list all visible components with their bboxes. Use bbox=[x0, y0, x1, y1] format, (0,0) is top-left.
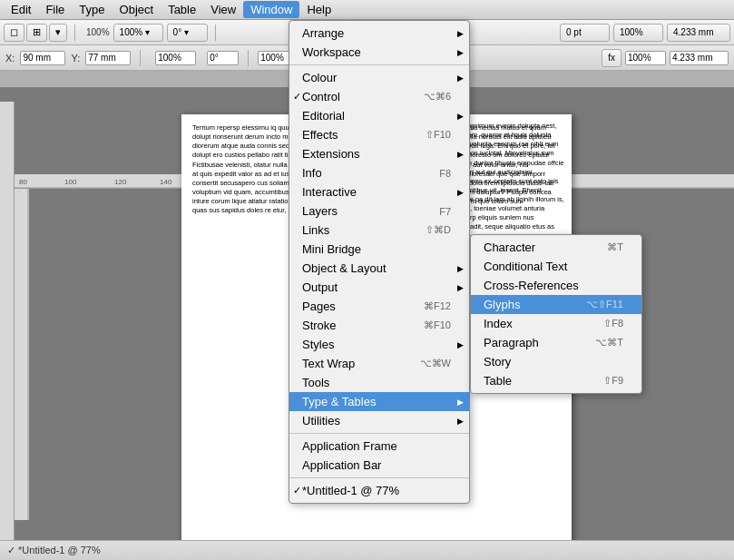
menu-app-frame[interactable]: Application Frame bbox=[289, 437, 469, 456]
menu-layers[interactable]: Layers F7 bbox=[289, 201, 469, 221]
svg-text:120: 120 bbox=[114, 178, 127, 186]
menu-editorial[interactable]: Editorial bbox=[289, 106, 469, 125]
menu-mini-bridge[interactable]: Mini Bridge bbox=[289, 240, 469, 259]
type-tables-submenu-panel: Character ⌘T Conditional Text Cross-Refe… bbox=[470, 234, 642, 394]
menu-tools[interactable]: Tools bbox=[289, 373, 469, 392]
y-label: Y: bbox=[71, 53, 80, 64]
x-input[interactable] bbox=[20, 51, 65, 65]
opacity-input[interactable] bbox=[625, 51, 666, 65]
zoom-label: 100% bbox=[86, 27, 110, 37]
tool-group-1: ◻ ⊞ ▾ bbox=[4, 24, 67, 42]
svg-text:100: 100 bbox=[64, 178, 77, 186]
tool-btn-2[interactable]: ⊞ bbox=[26, 24, 47, 42]
menu-links[interactable]: Links ⇧⌘D bbox=[289, 221, 469, 240]
x-label: X: bbox=[5, 53, 15, 64]
sep-2 bbox=[289, 433, 469, 434]
check-control: ✓ bbox=[293, 91, 301, 103]
scale-btn[interactable]: 100% bbox=[613, 24, 663, 42]
ctrl-sep-1 bbox=[140, 50, 141, 66]
submenu-cross-references[interactable]: Cross-References bbox=[471, 276, 641, 295]
extra-input[interactable] bbox=[670, 51, 729, 65]
submenu-paragraph[interactable]: Paragraph ⌥⌘T bbox=[471, 333, 641, 352]
menu-file[interactable]: File bbox=[38, 1, 72, 18]
tool-btn-3[interactable]: ▾ bbox=[49, 24, 67, 42]
submenu-story[interactable]: Story bbox=[471, 352, 641, 371]
ctrl-sep-2 bbox=[248, 50, 249, 66]
menu-help[interactable]: Help bbox=[299, 1, 338, 18]
menu-object[interactable]: Object bbox=[113, 1, 161, 18]
fx-btn[interactable]: fx bbox=[602, 49, 621, 67]
status-bar: ✓ *Untitled-1 @ 77% bbox=[0, 540, 734, 560]
submenu-index[interactable]: Index ⇧F8 bbox=[471, 314, 641, 333]
rot-input[interactable] bbox=[207, 51, 239, 65]
menu-arrange[interactable]: Arrange bbox=[289, 24, 469, 43]
transform-btn[interactable]: 0 pt bbox=[560, 24, 610, 42]
menu-bar: Edit File Type Object Table View Window … bbox=[0, 0, 734, 20]
w-input[interactable] bbox=[155, 51, 196, 65]
window-menu-panel: Arrange Workspace Colour ✓ Control ⌥⌘6 E… bbox=[289, 20, 470, 504]
menu-colour[interactable]: Colour bbox=[289, 68, 469, 87]
window-dropdown: Arrange Workspace Colour ✓ Control ⌥⌘6 E… bbox=[289, 20, 470, 504]
menu-utilities[interactable]: Utilities bbox=[289, 411, 469, 430]
menu-type[interactable]: Type bbox=[72, 1, 112, 18]
menu-edit[interactable]: Edit bbox=[4, 1, 38, 18]
menu-styles[interactable]: Styles bbox=[289, 335, 469, 354]
menu-untitled[interactable]: ✓ *Untitled-1 @ 77% bbox=[289, 481, 469, 500]
menu-interactive[interactable]: Interactive bbox=[289, 182, 469, 201]
menu-effects[interactable]: Effects ⇧F10 bbox=[289, 125, 469, 144]
menu-text-wrap[interactable]: Text Wrap ⌥⌘W bbox=[289, 354, 469, 373]
ruler-vertical bbox=[15, 189, 29, 520]
sep-3 bbox=[289, 477, 469, 478]
svg-text:140: 140 bbox=[160, 178, 172, 186]
menu-type-tables[interactable]: Type & Tables bbox=[289, 392, 469, 411]
menu-control[interactable]: ✓ Control ⌥⌘6 bbox=[289, 87, 469, 106]
menu-extensions[interactable]: Extensions bbox=[289, 144, 469, 163]
menu-table[interactable]: Table bbox=[161, 1, 203, 18]
submenu-conditional-text[interactable]: Conditional Text bbox=[471, 257, 641, 276]
y-input[interactable] bbox=[85, 51, 131, 65]
menu-output[interactable]: Output bbox=[289, 278, 469, 297]
zoom-btn[interactable]: 100% ▾ bbox=[113, 24, 163, 42]
menu-pages[interactable]: Pages ⌘F12 bbox=[289, 297, 469, 316]
type-tables-submenu-container: Character ⌘T Conditional Text Cross-Refe… bbox=[470, 234, 642, 394]
size-btn[interactable]: 4.233 mm bbox=[667, 24, 730, 42]
toolbar-sep-2 bbox=[215, 25, 216, 41]
check-untitled: ✓ bbox=[293, 485, 301, 496]
svg-text:80: 80 bbox=[19, 178, 27, 186]
tools-panel bbox=[0, 102, 15, 540]
menu-window[interactable]: Window bbox=[243, 1, 299, 18]
submenu-character[interactable]: Character ⌘T bbox=[471, 238, 641, 257]
svg-rect-12 bbox=[15, 189, 29, 520]
sep-1 bbox=[289, 64, 469, 65]
menu-info[interactable]: Info F8 bbox=[289, 163, 469, 182]
menu-object-layout[interactable]: Object & Layout bbox=[289, 259, 469, 278]
rot-btn[interactable]: 0° ▾ bbox=[167, 24, 208, 42]
menu-view[interactable]: View bbox=[203, 1, 243, 18]
menu-workspace[interactable]: Workspace bbox=[289, 43, 469, 62]
toolbar-sep-1 bbox=[74, 25, 75, 41]
menu-stroke[interactable]: Stroke ⌘F10 bbox=[289, 316, 469, 335]
submenu-glyphs[interactable]: Glyphs ⌥⇧F11 bbox=[471, 295, 641, 314]
submenu-table[interactable]: Table ⇧F9 bbox=[471, 371, 641, 390]
tool-btn-1[interactable]: ◻ bbox=[4, 24, 24, 42]
doc-status: ✓ *Untitled-1 @ 77% bbox=[7, 545, 101, 556]
menu-app-bar[interactable]: Application Bar bbox=[289, 456, 469, 475]
